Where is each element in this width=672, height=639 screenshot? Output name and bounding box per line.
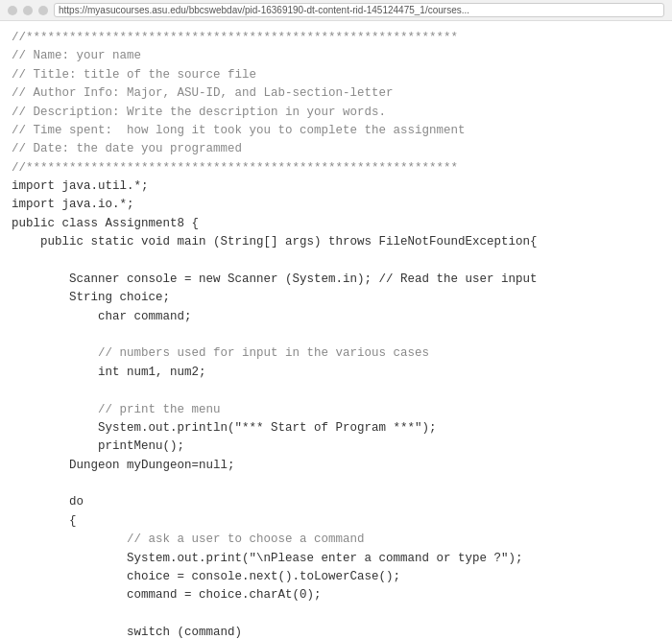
url-text: https://myasucourses.asu.edu/bbcswebdav/…	[59, 5, 469, 15]
code-line: command = choice.charAt(0);	[12, 586, 660, 604]
code-line: switch (command)	[12, 624, 660, 639]
code-line: // ask a user to choose a command	[12, 531, 660, 549]
browser-forward-btn[interactable]	[23, 6, 33, 15]
code-line	[12, 605, 660, 624]
code-line: // numbers used for input in the various…	[12, 344, 660, 363]
code-line: //**************************************…	[12, 29, 660, 47]
code-line: // Date: the date you programmed	[12, 140, 660, 158]
code-line: import java.util.*;	[12, 178, 660, 196]
code-line: import java.io.*;	[12, 196, 660, 214]
code-line: public class Assignment8 {	[12, 215, 660, 233]
code-line: // Title: title of the source file	[12, 66, 660, 84]
code-line	[12, 252, 660, 271]
code-line: // print the menu	[12, 401, 660, 419]
code-line: public static void main (String[] args) …	[12, 233, 660, 251]
code-line	[12, 326, 660, 344]
browser-back-btn[interactable]	[8, 6, 17, 15]
code-line: // Author Info: Major, ASU-ID, and Lab-s…	[12, 84, 660, 103]
code-line: System.out.print("\nPlease enter a comma…	[12, 550, 660, 568]
code-line: String choice;	[12, 289, 660, 307]
browser-bar: https://myasucourses.asu.edu/bbcswebdav/…	[0, 0, 672, 21]
code-line: //**************************************…	[12, 159, 660, 178]
code-line: Dungeon myDungeon=null;	[12, 457, 660, 475]
code-line: System.out.println("*** Start of Program…	[12, 419, 660, 438]
code-line: // Time spent: how long it took you to c…	[12, 122, 660, 140]
code-line: Scanner console = new Scanner (System.in…	[12, 271, 660, 289]
code-line	[12, 382, 660, 400]
code-area: //**************************************…	[0, 21, 672, 639]
browser-url-bar[interactable]: https://myasucourses.asu.edu/bbcswebdav/…	[54, 3, 664, 17]
code-line: int num1, num2;	[12, 364, 660, 382]
browser-reload-btn[interactable]	[38, 6, 48, 15]
code-line: char command;	[12, 308, 660, 326]
code-line: // Description: Write the description in…	[12, 104, 660, 122]
code-line	[12, 475, 660, 493]
code-line: choice = console.next().toLowerCase();	[12, 568, 660, 586]
code-line: printMenu();	[12, 438, 660, 456]
code-line: // Name: your name	[12, 47, 660, 65]
code-line: {	[12, 512, 660, 531]
code-line: do	[12, 493, 660, 511]
